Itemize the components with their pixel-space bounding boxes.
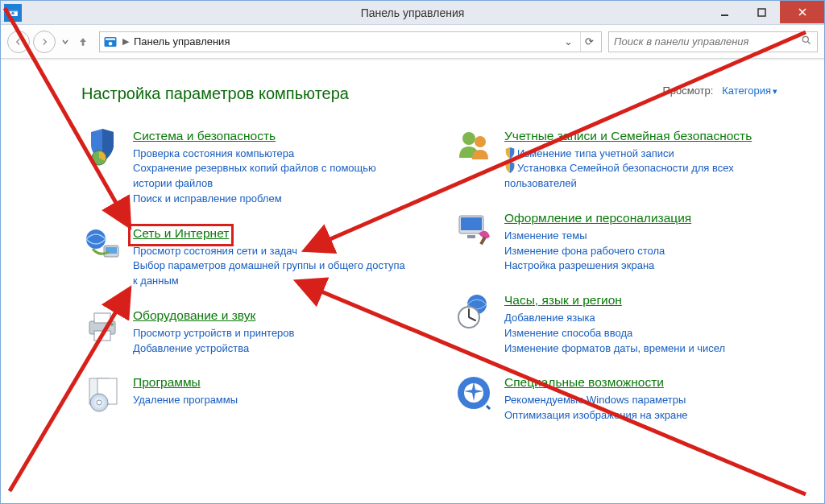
svg-rect-26 [479,237,486,246]
category-sublink[interactable]: Удаление программы [133,393,407,408]
category-sublink[interactable]: Оптимизация изображения на экране [504,408,778,423]
category-title-link[interactable]: Специальные возможности [504,375,664,390]
svg-rect-1 [8,10,18,11]
category-sublink[interactable]: Рекомендуемые Windows параметры [504,393,778,408]
back-button[interactable] [7,31,30,53]
ease-access-icon [453,374,495,415]
svg-rect-25 [467,235,475,238]
view-mode-dropdown[interactable]: Категория▾ [722,85,777,97]
printer-icon [81,307,123,349]
refresh-button[interactable]: ⟳ [580,32,598,52]
svg-point-7 [109,42,113,46]
disc-box-icon [81,374,123,415]
category-body: Оформление и персонализацияИзменение тем… [504,209,792,274]
category-column-right: Учетные записи и Семейная безопасностьИз… [453,127,792,441]
category-accessibility: Специальные возможностиРекомендуемые Win… [453,374,792,423]
address-dropdown[interactable]: ⌄ [561,35,575,48]
view-mode-bar: Просмотр: Категория▾ [662,85,777,97]
svg-point-10 [86,229,106,249]
svg-rect-15 [94,331,110,341]
uac-shield-icon [504,147,516,159]
category-sublink[interactable]: Настройка разрешения экрана [504,258,778,274]
category-title-link[interactable]: Учетные записи и Семейная безопасность [504,129,752,144]
category-title-link[interactable]: Сеть и Интернет [133,226,229,242]
category-sublink[interactable]: Изменение форматов даты, времени и чисел [504,341,778,357]
navigation-bar: ▶ Панель управления ⌄ ⟳ [1,25,824,59]
search-icon[interactable] [801,35,812,48]
minimize-button[interactable] [706,1,743,23]
category-title-link[interactable]: Система и безопасность [133,129,276,144]
svg-rect-14 [94,313,110,323]
category-sublink[interactable]: Изменение типа учетной записи [504,147,778,162]
category-body: ПрограммыУдаление программы [133,374,421,415]
category-sublink[interactable]: Установка Семейной безопасности для всех… [504,161,778,192]
category-sublink[interactable]: Просмотр состояния сети и задач [133,244,407,259]
view-label: Просмотр: [662,85,713,97]
category-sublink[interactable]: Изменение способа ввода [504,326,778,341]
category-sublink[interactable]: Добавление языка [504,311,778,326]
category-column-left: Система и безопасностьПроверка состояния… [81,127,421,441]
svg-rect-6 [106,38,115,39]
search-input[interactable] [614,35,801,48]
svg-point-20 [97,400,102,405]
people-icon [453,127,495,169]
forward-button[interactable] [33,31,56,53]
globe-net-icon [81,225,123,266]
window-title: Панель управления [361,6,465,19]
category-body: Сеть и ИнтернетПросмотр состояния сети и… [133,225,421,289]
breadcrumb[interactable]: Панель управления [134,35,230,48]
category-hardware-sound: Оборудование и звукПросмотр устройств и … [81,307,421,356]
up-button[interactable] [73,31,93,53]
svg-point-8 [802,36,808,42]
category-title-link[interactable]: Оформление и персонализация [504,211,691,226]
clock-globe-icon [453,291,495,333]
svg-rect-3 [721,14,728,16]
address-bar[interactable]: ▶ Панель управления ⌄ ⟳ [99,31,602,52]
category-body: Часы, язык и регионДобавление языкаИзмен… [504,291,792,356]
chevron-right-icon: ▶ [122,36,129,47]
category-title-link[interactable]: Программы [133,375,201,390]
control-panel-window: Панель управления ▶ Панель управления ⌄ … [0,0,825,504]
shield-chart-icon [81,127,123,169]
close-button[interactable] [780,1,824,23]
category-title-link[interactable]: Часы, язык и регион [504,293,622,308]
titlebar: Панель управления [1,1,824,25]
category-network-internet: Сеть и ИнтернетПросмотр состояния сети и… [81,225,421,289]
category-sublink[interactable]: Изменение темы [504,229,778,244]
category-sublink[interactable]: Поиск и исправление проблем [133,192,407,207]
category-sublink[interactable]: Изменение фона рабочего стола [504,244,778,259]
category-title-link[interactable]: Оборудование и звук [133,308,255,324]
category-appearance: Оформление и персонализацияИзменение тем… [453,209,792,274]
category-body: Оборудование и звукПросмотр устройств и … [133,307,421,356]
category-user-accounts: Учетные записи и Семейная безопасностьИз… [453,127,792,192]
history-dropdown[interactable] [59,31,72,53]
category-body: Специальные возможностиРекомендуемые Win… [504,374,792,423]
svg-point-16 [110,323,114,326]
category-body: Учетные записи и Семейная безопасностьИз… [504,127,792,192]
category-sublink[interactable]: Просмотр устройств и принтеров [133,326,407,341]
system-menu-icon[interactable] [4,4,22,22]
category-body: Система и безопасностьПроверка состояния… [133,127,421,207]
search-box[interactable] [608,31,818,52]
category-sublink[interactable]: Сохранение резервных копий файлов с помо… [133,161,407,192]
category-sublink[interactable]: Выбор параметров домашней группы и общег… [133,258,407,289]
category-programs: ПрограммыУдаление программы [81,374,421,415]
svg-rect-24 [461,217,482,230]
svg-point-21 [462,132,475,145]
uac-shield-icon [504,162,516,173]
svg-rect-4 [758,9,765,16]
svg-point-2 [11,12,15,14]
category-sublink[interactable]: Проверка состояния компьютера [133,147,407,162]
category-sublink[interactable]: Добавление устройства [133,341,407,357]
monitor-paint-icon [453,209,495,251]
category-clock-region: Часы, язык и регионДобавление языкаИзмен… [453,291,792,356]
content-area: Настройка параметров компьютера Просмотр… [1,60,824,503]
maximize-button[interactable] [743,1,780,23]
control-panel-icon [103,35,118,49]
svg-point-22 [475,136,486,147]
category-system-security: Система и безопасностьПроверка состояния… [81,127,421,207]
